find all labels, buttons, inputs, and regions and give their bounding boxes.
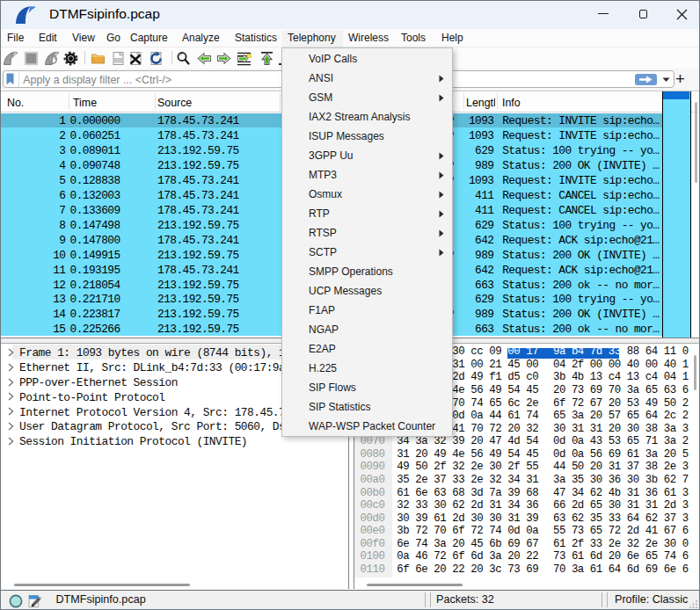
svg-text:010: 010 bbox=[115, 59, 121, 62]
